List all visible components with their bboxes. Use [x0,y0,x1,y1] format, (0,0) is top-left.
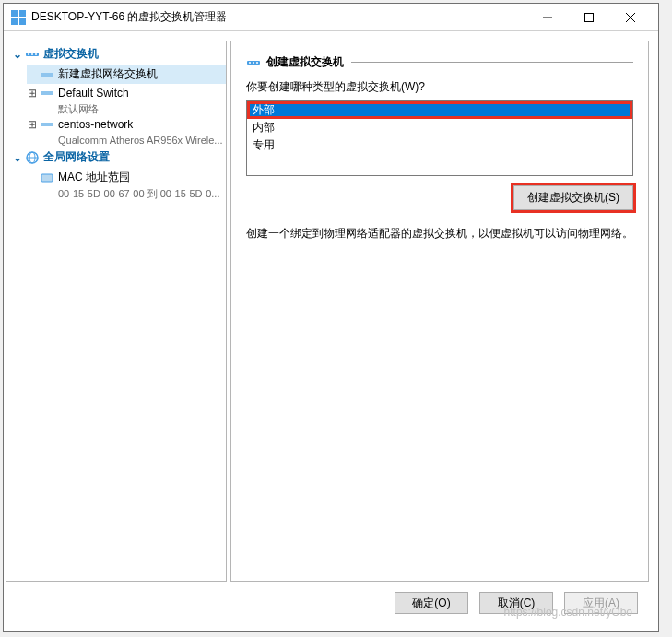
apply-button[interactable]: 应用(A) [564,592,638,614]
svg-rect-0 [11,10,18,17]
switch-icon [40,117,54,132]
ok-button[interactable]: 确定(O) [395,592,468,614]
tree-section-label: 全局网络设置 [43,149,110,165]
create-row: 创建虚拟交换机(S) [246,185,633,210]
svg-rect-18 [41,174,53,182]
nic-icon [40,171,54,185]
tree-item-new-switch[interactable]: 新建虚拟网络交换机 [27,65,226,84]
switch-icon [25,47,40,62]
svg-point-22 [256,62,258,64]
svg-point-11 [35,53,37,55]
create-switch-button[interactable]: 创建虚拟交换机(S) [513,185,633,210]
tree-section-label: 虚拟交换机 [43,46,99,62]
switch-icon [40,67,54,82]
svg-rect-12 [41,73,53,77]
svg-rect-1 [19,10,26,17]
tree-item-label: MAC 地址范围 [58,170,130,185]
close-button[interactable] [609,4,651,31]
app-icon [11,10,26,25]
tree-section-virtual-switches[interactable]: ⌄ 虚拟交换机 [6,43,226,65]
question-label: 你要创建哪种类型的虚拟交换机(W)? [246,79,633,95]
switch-icon [246,55,261,70]
tree-item-centos-network[interactable]: ⊞ centos-network [27,115,226,134]
footer: 确定(O) 取消(C) 应用(A) [6,582,649,624]
section-title: 创建虚拟交换机 [246,54,633,70]
sidebar: ⌄ 虚拟交换机 新建虚拟网络交换机 ⊞ [6,41,227,582]
tree-item-sublabel: 00-15-5D-00-67-00 到 00-15-5D-0... [27,187,226,200]
tree-item-sublabel: Qualcomm Atheros AR956x Wirele... [27,134,226,147]
window: DESKTOP-YYT-66 的虚拟交换机管理器 ⌄ 虚拟交换机 [3,3,659,632]
maximize-button[interactable] [568,4,609,31]
globe-icon [25,150,40,165]
body: ⌄ 虚拟交换机 新建虚拟网络交换机 ⊞ [4,31,658,631]
window-title: DESKTOP-YYT-66 的虚拟交换机管理器 [31,9,526,25]
main-panel: 创建虚拟交换机 你要创建哪种类型的虚拟交换机(W)? 外部 内部 专用 创建虚拟… [230,41,649,582]
switch-icon [40,86,54,100]
cancel-button[interactable]: 取消(C) [479,592,553,614]
switch-type-listbox[interactable]: 外部 内部 专用 [246,100,633,176]
tree-item-label: 新建虚拟网络交换机 [58,66,158,82]
svg-rect-3 [19,18,26,25]
tree-item-default-switch[interactable]: ⊞ Default Switch [27,84,226,102]
plus-icon: ⊞ [27,118,38,131]
svg-point-21 [253,62,254,64]
plus-icon: ⊞ [27,87,38,100]
description-text: 创建一个绑定到物理网络适配器的虚拟交换机，以便虚拟机可以访问物理网络。 [246,225,633,242]
svg-rect-13 [41,91,53,95]
tree-item-label: centos-network [58,118,133,131]
tree-section-global-settings[interactable]: ⌄ 全局网络设置 [6,147,226,168]
svg-point-9 [28,53,29,55]
titlebar: DESKTOP-YYT-66 的虚拟交换机管理器 [4,4,658,31]
listbox-item-private[interactable]: 专用 [247,136,632,154]
listbox-item-external[interactable]: 外部 [247,101,632,119]
svg-rect-14 [41,123,53,126]
svg-rect-2 [11,18,18,25]
tree-item-mac-range[interactable]: MAC 地址范围 [27,168,226,187]
tree-item-label: Default Switch [58,87,129,100]
chevron-down-icon: ⌄ [12,151,23,164]
svg-rect-5 [584,13,593,21]
listbox-item-internal[interactable]: 内部 [247,119,632,136]
minimize-button[interactable] [526,4,568,31]
section-title-text: 创建虚拟交换机 [266,54,344,70]
svg-point-10 [31,53,33,55]
divider [351,62,633,63]
chevron-down-icon: ⌄ [12,48,23,61]
svg-point-20 [249,62,251,64]
tree-item-sublabel: 默认网络 [27,102,226,115]
window-controls [526,4,651,31]
tree: ⌄ 虚拟交换机 新建虚拟网络交换机 ⊞ [6,41,226,202]
panels: ⌄ 虚拟交换机 新建虚拟网络交换机 ⊞ [6,41,649,582]
